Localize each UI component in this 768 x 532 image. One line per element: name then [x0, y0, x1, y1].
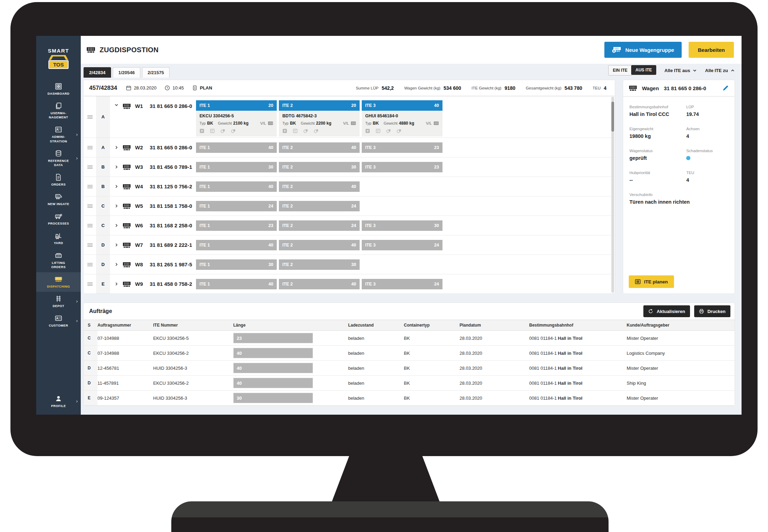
- expand-chevron[interactable]: [110, 185, 123, 188]
- ite-chip[interactable]: ITE 2 24: [279, 201, 360, 211]
- ite-chip[interactable]: ITE 1 23: [196, 220, 277, 231]
- order-table-row[interactable]: C 07-104988 EKCU 3304256-5 23 beladen BK…: [84, 331, 735, 346]
- order-table-row[interactable]: C 07-104988 EKCU 3304256-2 40 beladen BK…: [84, 346, 735, 361]
- gewicht-label: Gewicht: [384, 121, 398, 125]
- hash-icon[interactable]: [365, 128, 370, 133]
- sidebar-item-lifting-orders[interactable]: LIFTING ORDERS: [36, 249, 81, 272]
- note-icon[interactable]: [210, 128, 215, 133]
- ite-chip[interactable]: ITE 2 40: [279, 181, 360, 192]
- drag-handle-icon[interactable]: [84, 185, 96, 189]
- sidebar-item-reference-data[interactable]: REFERENCE DATA: [36, 147, 81, 170]
- lift-icon[interactable]: [231, 128, 236, 133]
- tab-train-2[interactable]: 1/20546: [113, 67, 140, 78]
- ite-chip[interactable]: ITE 2 24: [279, 220, 360, 231]
- order-table-row[interactable]: D 11-457891 EKCU 3304256-2 40 beladen BK…: [84, 376, 735, 391]
- ite-chip[interactable]: ITE 1 40: [196, 181, 277, 192]
- new-wagon-group-button[interactable]: Neue Wagengruppe: [604, 42, 682, 58]
- ite-chip[interactable]: ITE 3 24: [362, 240, 442, 250]
- edit-button[interactable]: Bearbeiten: [689, 42, 734, 58]
- ite-chip[interactable]: ITE 3 23: [362, 162, 442, 172]
- aus-ite-toggle[interactable]: AUS ITE: [631, 65, 656, 75]
- lift-icon[interactable]: [314, 128, 319, 133]
- order-table-row[interactable]: D 12-456781 HUID 3304256-3 40 beladen BK…: [84, 361, 735, 376]
- sidebar-item-processes[interactable]: PROCESSES: [36, 209, 81, 229]
- drag-handle-icon[interactable]: [84, 96, 96, 138]
- order-table-row[interactable]: E 09-124357 HUID 3304256-3 30 beladen BK…: [84, 391, 735, 406]
- edit-pencil-icon[interactable]: [722, 85, 729, 92]
- ite-chip[interactable]: ITE 1 40: [196, 142, 277, 153]
- ite-card-2[interactable]: ITE 220 BDTG 4675842-3 TypBK Gewicht2200…: [279, 100, 360, 138]
- sidebar-item-new-ingate[interactable]: NEW INGATE: [36, 190, 81, 209]
- expand-chevron[interactable]: [110, 263, 123, 266]
- lift-icon[interactable]: [397, 128, 401, 133]
- wagon-row[interactable]: E W9 31 81 458 0 758-2 ITE 1 40 ITE 2 40…: [84, 274, 615, 294]
- wagon-row[interactable]: A W2 31 81 665 0 286-0 ITE 1 40 ITE 2 40…: [84, 138, 615, 157]
- wagon-row[interactable]: D W7 31 81 689 2 222-1 ITE 1 40 ITE 2 40…: [84, 235, 615, 255]
- ite-chip[interactable]: ITE 1 40: [196, 240, 277, 250]
- ite-card-1[interactable]: ITE 120 EKCU 3304256-5 TypBK Gewicht2100…: [196, 100, 277, 138]
- ite-planen-button[interactable]: ITE planen: [629, 275, 674, 288]
- sidebar-item-yard[interactable]: YARD: [36, 229, 81, 248]
- sidebar-item-orders[interactable]: ORDERS: [36, 170, 81, 190]
- wagon-row[interactable]: C W6 31 81 168 2 258-0 ITE 1 23 ITE 2 24…: [84, 216, 615, 235]
- print-button[interactable]: Drucken: [694, 305, 730, 317]
- lift-icon[interactable]: [303, 128, 308, 133]
- wagon-row[interactable]: D W8 31 81 265 1 987-5 ITE 1 30 ITE 2 30: [84, 255, 615, 274]
- drag-handle-icon[interactable]: [84, 224, 96, 228]
- ite-name: ITE 3: [365, 223, 376, 228]
- ite-chip[interactable]: ITE 2 40: [279, 240, 360, 250]
- ite-chip[interactable]: ITE 3 30: [362, 220, 442, 231]
- ite-chip[interactable]: ITE 2 40: [279, 142, 360, 153]
- ite-chip[interactable]: ITE 1 40: [196, 279, 277, 289]
- wagon-row[interactable]: C W5 31 81 158 1 758-0 ITE 1 24 ITE 2 24: [84, 196, 615, 216]
- expand-chevron[interactable]: [110, 243, 123, 247]
- sidebar-item-customer[interactable]: CUSTOMER: [36, 311, 81, 331]
- sidebar-item-administration[interactable]: ADMINI- STRATION: [36, 123, 81, 146]
- ite-chip[interactable]: ITE 1 30: [196, 259, 277, 270]
- ite-chip[interactable]: ITE 3 23: [362, 142, 442, 153]
- sidebar-item-depot[interactable]: DEPOT: [36, 292, 81, 311]
- alle-ite-aus-control[interactable]: Alle ITE aus: [665, 68, 697, 73]
- sidebar-item-dashboard[interactable]: DASHBOARD: [36, 79, 81, 99]
- tab-train-1[interactable]: 2/42834: [84, 67, 111, 78]
- ite-card-3[interactable]: ITE 340 GHUI 8546184-0 TypBK Gewicht4880…: [362, 100, 442, 138]
- drag-handle-icon[interactable]: [84, 204, 96, 208]
- ite-chip[interactable]: ITE 1 30: [196, 162, 277, 172]
- lift-icon[interactable]: [220, 128, 225, 133]
- ite-unit-number: GHUI 8546184-0: [365, 114, 439, 118]
- lift-icon[interactable]: [386, 128, 391, 133]
- drag-handle-icon[interactable]: [84, 146, 96, 150]
- typ-value: BK: [290, 121, 296, 126]
- wagon-row[interactable]: B W3 31 81 456 0 789-1 ITE 1 30 ITE 2 30…: [84, 157, 615, 177]
- ite-chip[interactable]: ITE 2 40: [279, 279, 360, 289]
- scrollbar-thumb[interactable]: [611, 102, 614, 132]
- vertical-scrollbar[interactable]: [611, 97, 614, 293]
- sidebar-item-usermanagement[interactable]: USERMA- NAGEMENT: [36, 99, 81, 123]
- drag-handle-icon[interactable]: [84, 165, 96, 169]
- note-icon[interactable]: [293, 128, 298, 133]
- collapse-chevron[interactable]: [110, 96, 123, 138]
- wagon-row[interactable]: B W4 31 81 125 0 756-2 ITE 1 40 ITE 2 40: [84, 177, 615, 196]
- refresh-button[interactable]: Aktualisieren: [643, 305, 690, 317]
- expand-chevron[interactable]: [110, 204, 123, 208]
- ite-chip[interactable]: ITE 2 30: [279, 259, 360, 270]
- wagon-row-expanded[interactable]: A W1 31 81 665 0 286-0 ITE 120: [84, 96, 615, 138]
- expand-chevron[interactable]: [110, 224, 123, 227]
- hash-icon[interactable]: [199, 128, 204, 133]
- tab-train-3[interactable]: 2/21575: [142, 67, 170, 78]
- drag-handle-icon[interactable]: [84, 282, 96, 286]
- drag-handle-icon[interactable]: [84, 263, 96, 267]
- alle-ite-zu-control[interactable]: Alle ITE zu: [705, 68, 735, 73]
- expand-chevron[interactable]: [110, 146, 123, 149]
- drag-handle-icon[interactable]: [84, 243, 96, 247]
- ite-chip[interactable]: ITE 1 24: [196, 201, 277, 211]
- ite-chip[interactable]: ITE 3 24: [362, 279, 442, 289]
- hash-icon[interactable]: [282, 128, 287, 133]
- expand-chevron[interactable]: [110, 165, 123, 169]
- ein-ite-toggle[interactable]: EIN ITE: [608, 65, 632, 76]
- sidebar-item-profile[interactable]: PROFILE: [36, 392, 81, 411]
- note-icon[interactable]: [376, 128, 381, 133]
- ite-chip[interactable]: ITE 2 30: [279, 162, 360, 172]
- sidebar-item-dispatching[interactable]: DISPATCHING: [36, 272, 81, 292]
- expand-chevron[interactable]: [110, 282, 123, 286]
